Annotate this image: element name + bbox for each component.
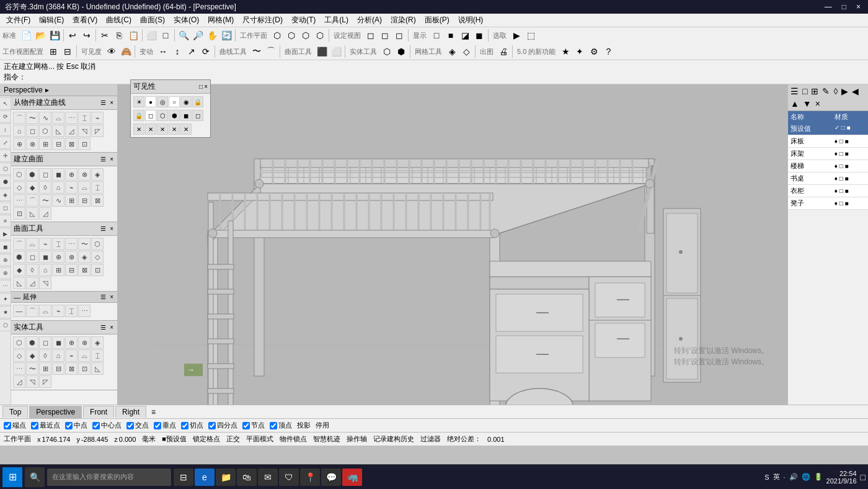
so-icon-22[interactable]: ◿ [13, 375, 25, 388]
menu-tools[interactable]: 工具(L) [321, 14, 352, 27]
menu-edit[interactable]: 编辑(E) [35, 14, 68, 27]
tab-perspective[interactable]: Perspective [29, 406, 82, 418]
bs-icon-14[interactable]: ⌶ [91, 181, 104, 194]
st-icon-7[interactable]: ⬡ [91, 238, 104, 250]
cc-icon-6[interactable]: ⌶ [78, 112, 91, 124]
tb-view-3[interactable]: ◻ [392, 29, 406, 42]
st-icon-5[interactable]: ⋯ [65, 238, 78, 250]
st-icon-14[interactable]: ◇ [91, 251, 104, 263]
bs-icon-3[interactable]: ◻ [39, 168, 51, 181]
tb-disp-3[interactable]: ◪ [458, 29, 472, 42]
st-icon-15[interactable]: ◆ [13, 264, 25, 276]
bs-icon-21[interactable]: ⊠ [91, 194, 104, 207]
tb-deselect[interactable]: □ [159, 29, 172, 42]
cc-icon-2[interactable]: 〜 [26, 112, 38, 124]
cc-icon-8[interactable]: ⌂ [13, 125, 25, 137]
extend-menu[interactable]: ☰ [99, 294, 107, 300]
left-strip-icon-12[interactable]: ◼ [0, 241, 11, 253]
st-icon-10[interactable]: ◼ [39, 251, 51, 263]
tb-n5-3[interactable]: ⚙ [587, 45, 601, 58]
tb-ct-1[interactable]: 〜 [250, 45, 264, 58]
taskbar-shield[interactable]: 🛡 [279, 469, 299, 486]
tb-ct-2[interactable]: ⌒ [264, 45, 278, 58]
tb-wv-2[interactable]: ⊟ [61, 45, 74, 58]
bs-icon-23[interactable]: ◺ [26, 207, 38, 220]
rph-icon-grid[interactable]: ⊞ [810, 86, 820, 97]
tb-paste[interactable]: 📋 [126, 29, 140, 42]
tb-so-1[interactable]: ⬡ [380, 45, 394, 58]
cc-icon-1[interactable]: ⌒ [13, 112, 25, 124]
rph-icon-diamond[interactable]: ◊ [832, 86, 839, 97]
taskbar-store[interactable]: 🛍 [237, 469, 257, 486]
bs-icon-5[interactable]: ⊕ [65, 168, 78, 181]
tb-tr-3[interactable]: ↗ [185, 45, 198, 58]
st-icon-13[interactable]: ◈ [78, 251, 91, 263]
rph-icon-layers[interactable]: □ [801, 86, 808, 97]
tb-so-2[interactable]: ⬢ [394, 45, 408, 58]
st-icon-9[interactable]: ◻ [26, 251, 38, 263]
tb-new[interactable]: 📄 [19, 29, 33, 42]
taskbar-wechat[interactable]: 💬 [321, 469, 341, 486]
tb-zoom-sel[interactable]: 🔎 [191, 29, 205, 42]
left-strip-icon-8[interactable]: ◈ [0, 189, 11, 201]
table-row[interactable]: 书桌 ♦ □ ■ [788, 173, 868, 185]
tb-zoom-ext[interactable]: 🔍 [177, 29, 190, 42]
st-icon-23[interactable]: ◿ [26, 277, 38, 289]
menu-file[interactable]: 文件(F) [2, 14, 34, 27]
taskbar-widget-1[interactable]: ⊟ [174, 469, 193, 486]
tb-tr-1[interactable]: ↔ [156, 45, 170, 58]
so-icon-11[interactable]: ⌂ [52, 349, 64, 362]
snap-mid[interactable]: 中点 [65, 421, 87, 430]
visible-panel-close[interactable]: × [204, 83, 208, 90]
so-icon-5[interactable]: ⊕ [65, 336, 78, 349]
tb-tr-2[interactable]: ↕ [170, 45, 184, 58]
coord-ortho[interactable]: 正交 [226, 434, 240, 444]
taskbar-file-explorer[interactable]: 📁 [216, 469, 236, 486]
left-strip-icon-1[interactable]: ↖ [0, 97, 11, 110]
snap-intersect[interactable]: 交点 [126, 421, 149, 430]
st-icon-4[interactable]: ⌶ [52, 238, 64, 250]
taskbar-browser[interactable]: e [195, 469, 215, 486]
maximize-button[interactable]: □ [839, 2, 849, 11]
tb-rotate[interactable]: 🔄 [219, 29, 233, 42]
bs-icon-4[interactable]: ◼ [52, 168, 64, 181]
vis-icon-15[interactable]: ✕ [157, 123, 168, 135]
construct-curves-close[interactable]: × [108, 99, 115, 106]
cc-icon-20[interactable]: ⊡ [78, 138, 91, 150]
search-box[interactable]: 在这里输入你要搜索的内容 [47, 469, 171, 486]
solid-tools-header[interactable]: 实体工具 ☰ × [11, 321, 117, 334]
snap-nearest[interactable]: 最近点 [31, 421, 60, 430]
tb-help-icon[interactable]: ? [601, 45, 615, 58]
rph-icon-down[interactable]: ▼ [802, 98, 813, 109]
solid-tools-menu[interactable]: ☰ [99, 324, 107, 331]
so-icon-24[interactable]: ◸ [39, 375, 51, 388]
cc-icon-19[interactable]: ⊠ [65, 138, 78, 150]
tb-disp-4[interactable]: ◼ [472, 29, 486, 42]
so-icon-1[interactable]: ⬡ [13, 336, 25, 349]
so-icon-21[interactable]: ◺ [91, 362, 104, 375]
cc-icon-13[interactable]: ◹ [78, 125, 91, 137]
st-icon-12[interactable]: ⊗ [65, 251, 78, 263]
vis-icon-1[interactable]: ☀ [133, 96, 144, 107]
vis-icon-16[interactable]: ✕ [169, 123, 180, 135]
tb-pan[interactable]: ✋ [205, 29, 219, 42]
cc-icon-5[interactable]: ⋯ [65, 112, 78, 124]
vis-icon-11[interactable]: ◼ [180, 110, 192, 121]
st-icon-1[interactable]: ⌒ [13, 238, 25, 250]
left-strip-icon-17[interactable]: ★ [0, 306, 11, 318]
st-icon-24[interactable]: ◹ [39, 277, 51, 289]
bs-icon-16[interactable]: ⌒ [26, 194, 38, 207]
menu-curve[interactable]: 曲线(C) [102, 14, 135, 27]
start-button[interactable]: ⊞ [2, 467, 22, 487]
bs-icon-6[interactable]: ⊗ [78, 168, 91, 181]
st-icon-3[interactable]: ⌁ [39, 238, 51, 250]
coord-gumball[interactable]: 操作轴 [347, 434, 367, 444]
so-icon-7[interactable]: ◈ [91, 336, 104, 349]
bs-icon-7[interactable]: ◈ [91, 168, 104, 181]
st-icon-16[interactable]: ◊ [26, 264, 38, 276]
tb-sel-1[interactable]: ▶ [510, 29, 523, 42]
tab-top[interactable]: Top [2, 406, 28, 418]
bs-icon-20[interactable]: ⊟ [78, 194, 91, 207]
ext-icon-4[interactable]: ⌁ [52, 305, 64, 317]
tb-wp-3[interactable]: ⬡ [299, 29, 312, 42]
